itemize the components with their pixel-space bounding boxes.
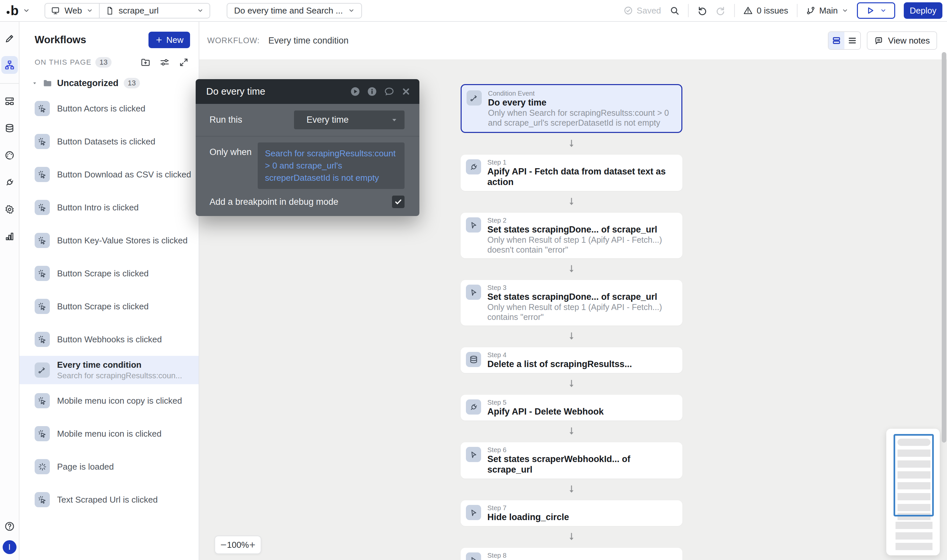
step-card-1[interactable]: Step 1 Apify API - Fetch data from datas…: [460, 155, 682, 191]
branch-selector[interactable]: Main: [806, 6, 848, 16]
data-tab[interactable]: [1, 119, 18, 138]
rail-bottom: I: [3, 521, 17, 560]
rail-divider: [0, 83, 19, 84]
workflow-item-label: Button Datasets is clicked: [57, 137, 156, 147]
undo-icon[interactable]: [697, 6, 707, 15]
workflow-header-label: WORKFLOW:: [207, 36, 260, 45]
minimap-viewport[interactable]: [893, 434, 934, 517]
search-icon[interactable]: [670, 6, 679, 15]
step-card-7[interactable]: Step 7 Hide loading_circle: [460, 500, 682, 526]
minimap-step-bar: [896, 532, 933, 540]
user-avatar[interactable]: I: [3, 540, 17, 554]
chevron-down-icon: [842, 7, 848, 14]
flow-arrow-icon: [460, 133, 682, 155]
logs-tab[interactable]: [1, 227, 18, 246]
mouse-click-icon: [35, 233, 50, 248]
app-menu[interactable]: b: [6, 3, 30, 18]
only-when-expression[interactable]: Search for scrapingResultss:count > 0 an…: [258, 143, 405, 189]
step-card-5[interactable]: Step 5 Apify API - Delete Webhook: [460, 395, 682, 420]
breakpoint-checkbox[interactable]: [392, 195, 405, 208]
vertical-scrollbar[interactable]: [942, 52, 946, 443]
folder-row-uncategorized[interactable]: Uncategorized 13: [31, 75, 199, 91]
zoom-out-button[interactable]: −: [220, 540, 227, 550]
minimap-step-bar: [896, 543, 933, 550]
run-this-value: Every time: [306, 115, 390, 125]
workflow-list-item[interactable]: Button Scrape is clicked: [20, 290, 199, 323]
workflow-list-item[interactable]: Button Intro is clicked: [20, 191, 199, 224]
workflow-list-item[interactable]: Text Scraped Url is clicked: [20, 483, 199, 516]
step-card-3[interactable]: Step 3 Set states scrapingDone... of scr…: [460, 280, 682, 326]
run-play-circle-icon[interactable]: [350, 86, 360, 97]
expand-icon[interactable]: [179, 57, 189, 67]
preview-button[interactable]: [857, 2, 895, 19]
workflow-list-item[interactable]: Mobile menu icon copy is clicked: [20, 384, 199, 417]
toolbar-actions: Saved 0 issues Main Deploy: [624, 2, 942, 19]
cursor-icon: [466, 217, 481, 232]
step-title: Delete a list of scrapingResultss...: [487, 359, 632, 369]
workflow-select-label: Do every time and Search ...: [234, 6, 343, 16]
page-dropdown[interactable]: scrape_url: [99, 4, 209, 18]
comment-bubble-icon[interactable]: [384, 86, 395, 97]
design-tab[interactable]: [1, 29, 18, 48]
context-switcher: Web scrape_url: [45, 3, 210, 18]
minimap[interactable]: [886, 429, 940, 555]
card-view-button[interactable]: [828, 32, 844, 49]
event-description: Only when Search for scrapingResultss:co…: [488, 108, 673, 128]
workflow-select-dropdown[interactable]: Do every time and Search ...: [227, 3, 362, 18]
page-file-icon: [106, 6, 114, 15]
info-circle-icon[interactable]: [367, 86, 377, 97]
zoom-in-button[interactable]: +: [249, 540, 256, 550]
popup-header[interactable]: Do every time: [196, 79, 419, 104]
view-notes-button[interactable]: View notes: [867, 31, 937, 50]
workflow-item-label: Button Scrape is clicked: [57, 302, 148, 312]
issues-button[interactable]: 0 issues: [744, 6, 788, 16]
close-icon[interactable]: [401, 87, 411, 96]
chevron-down-icon: [197, 7, 203, 14]
flow-arrow-icon: [460, 420, 682, 442]
plugins-tab[interactable]: [1, 173, 18, 192]
step-card-6[interactable]: Step 6 Set states scraperWebhookId... of…: [460, 442, 682, 478]
workflow-item-label: Page is loaded: [57, 462, 114, 472]
step-card-8[interactable]: Step 8: [460, 548, 682, 560]
step-title: Apify API - Delete Webhook: [487, 406, 604, 417]
add-folder-icon[interactable]: [140, 57, 151, 67]
redo-icon[interactable]: [716, 6, 725, 15]
flow-arrow-icon: [460, 526, 682, 548]
step-label: Step 7: [487, 504, 569, 512]
workflow-item-label: Button Actors is clicked: [57, 103, 145, 114]
workflow-list-item[interactable]: Mobile menu icon is clicked: [20, 417, 199, 450]
step-label: Step 5: [487, 398, 604, 406]
condition-event-card[interactable]: Condition Event Do every time Only when …: [460, 84, 682, 133]
folder-name: Uncategorized: [57, 78, 119, 88]
workflow-list-item[interactable]: Button Download as CSV is clicked: [20, 158, 199, 191]
new-workflow-button[interactable]: New: [148, 32, 190, 48]
workflow-tab[interactable]: [1, 56, 18, 74]
help-icon[interactable]: [4, 521, 15, 532]
run-this-dropdown[interactable]: Every time: [294, 111, 405, 129]
workflow-item-label: Button Key-Value Stores is clicked: [57, 235, 188, 246]
workflow-list-item[interactable]: Button Scrape is clicked: [20, 257, 199, 290]
bar-chart-icon: [5, 232, 14, 242]
list-view-button[interactable]: [844, 32, 860, 49]
settings-tab[interactable]: [1, 200, 18, 219]
deploy-button[interactable]: Deploy: [904, 2, 942, 19]
workflow-list-item[interactable]: Button Key-Value Stores is clicked: [20, 224, 199, 257]
issues-label: 0 issues: [757, 6, 788, 16]
filter-sliders-icon[interactable]: [160, 57, 169, 67]
workflow-list-item[interactable]: Button Actors is clicked: [20, 92, 199, 125]
chevron-down-icon: [23, 7, 30, 14]
workflow-list-item[interactable]: Button Webhooks is clicked: [20, 323, 199, 356]
reusables-tab[interactable]: [1, 92, 18, 111]
workflow-item-subtitle: Search for scrapingResultss:coun...: [57, 371, 182, 380]
workflow-list-item[interactable]: Button Datasets is clicked: [20, 125, 199, 158]
platform-dropdown[interactable]: Web: [45, 4, 99, 18]
step-card-2[interactable]: Step 2 Set states scrapingDone... of scr…: [460, 213, 682, 258]
flow-arrow-icon: [460, 326, 682, 347]
step-card-4[interactable]: Step 4 Delete a list of scrapingResultss…: [460, 347, 682, 373]
styles-tab[interactable]: [1, 146, 18, 165]
flow-arrow-icon: [460, 373, 682, 395]
canvas-header: WORKFLOW: Every time condition View note…: [199, 22, 947, 59]
monitor-icon: [51, 6, 60, 15]
workflow-list-item-selected[interactable]: Every time condition Search for scraping…: [20, 356, 199, 384]
workflow-list-item[interactable]: Page is loaded: [20, 450, 199, 483]
